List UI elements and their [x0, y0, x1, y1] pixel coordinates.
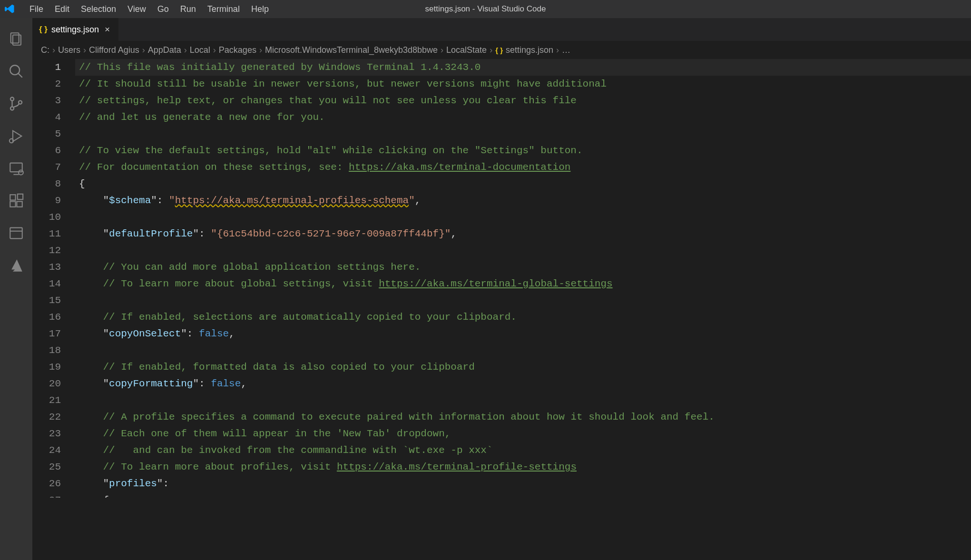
chevron-right-icon: › [213, 45, 216, 55]
svg-point-4 [10, 98, 14, 101]
breadcrumb-segment[interactable]: AppData [148, 45, 181, 55]
line-number: 21 [32, 392, 61, 409]
line-number: 10 [32, 209, 61, 226]
menubar: FileEditSelectionViewGoRunTerminalHelp [24, 0, 275, 18]
tab-label: settings.json [51, 25, 99, 35]
line-number: 20 [32, 375, 61, 392]
chevron-right-icon: › [556, 45, 559, 55]
line-number: 22 [32, 409, 61, 425]
code-content[interactable]: // This file was initially generated by … [75, 59, 971, 560]
code-line[interactable]: // If enabled, formatted data is also co… [75, 359, 971, 375]
editor[interactable]: 1234567891011121314151617181920212223242… [32, 59, 971, 560]
code-line[interactable]: "copyOnSelect": false, [75, 325, 971, 342]
menu-help[interactable]: Help [245, 0, 275, 18]
menu-selection[interactable]: Selection [75, 0, 122, 18]
line-number: 3 [32, 92, 61, 109]
code-line[interactable]: // To view the default settings, hold "a… [75, 142, 971, 159]
vscode-logo-icon [4, 3, 15, 15]
line-number: 14 [32, 275, 61, 292]
json-file-icon: { } [39, 25, 48, 34]
code-line[interactable]: // Each one of them will appear in the '… [75, 425, 971, 442]
menu-file[interactable]: File [24, 0, 49, 18]
code-line[interactable] [75, 392, 971, 409]
line-number-gutter: 1234567891011121314151617181920212223242… [32, 59, 75, 560]
line-number: 18 [32, 342, 61, 359]
svg-point-6 [19, 101, 22, 104]
svg-rect-12 [10, 195, 15, 200]
code-line[interactable] [75, 209, 971, 226]
code-line[interactable] [75, 242, 971, 259]
run-debug-icon[interactable] [0, 120, 32, 152]
breadcrumbs[interactable]: C:›Users›Clifford Agius›AppData›Local›Pa… [32, 41, 971, 59]
code-line[interactable]: "copyFormatting": false, [75, 375, 971, 392]
breadcrumb-segment[interactable]: LocalState [446, 45, 487, 55]
svg-rect-13 [10, 201, 15, 206]
chevron-right-icon: › [83, 45, 86, 55]
code-line[interactable]: "$schema": "https://aka.ms/terminal-prof… [75, 192, 971, 209]
svg-rect-16 [10, 228, 22, 239]
svg-line-3 [18, 73, 22, 78]
line-number: 19 [32, 359, 61, 375]
code-line[interactable]: // A profile specifies a command to exec… [75, 409, 971, 425]
line-number: 9 [32, 192, 61, 209]
remote-explorer-icon[interactable] [0, 152, 32, 185]
svg-point-2 [10, 65, 20, 75]
code-line[interactable]: // and can be invoked from the commandli… [75, 442, 971, 459]
source-control-icon[interactable] [0, 88, 32, 120]
svg-point-11 [19, 170, 23, 175]
code-line[interactable]: // To learn more about profiles, visit h… [75, 459, 971, 475]
breadcrumb-segment[interactable]: Packages [219, 45, 256, 55]
code-line[interactable]: // It should still be usable in newer ve… [75, 76, 971, 92]
code-line[interactable]: // settings, help text, or changes that … [75, 92, 971, 109]
code-line[interactable] [75, 126, 971, 142]
breadcrumb-file[interactable]: settings.json [506, 45, 553, 55]
breadcrumb-segment[interactable]: C: [41, 45, 49, 55]
chevron-right-icon: › [441, 45, 443, 55]
code-line[interactable]: "profiles": [75, 475, 971, 492]
svg-marker-7 [13, 131, 21, 142]
code-line[interactable]: // If enabled, selections are automatica… [75, 309, 971, 325]
code-line[interactable]: // To learn more about global settings, … [75, 275, 971, 292]
menu-terminal[interactable]: Terminal [202, 0, 245, 18]
breadcrumb-overflow[interactable]: … [562, 45, 570, 55]
code-line[interactable]: // and let us generate a new one for you… [75, 109, 971, 126]
code-line[interactable]: "defaultProfile": "{61c54bbd-c2c6-5271-9… [75, 226, 971, 242]
close-icon[interactable]: × [103, 23, 112, 36]
window-icon[interactable] [0, 217, 32, 249]
main-area: { } settings.json × C:›Users›Clifford Ag… [0, 18, 971, 560]
code-line[interactable]: { [75, 176, 971, 192]
chevron-right-icon: › [490, 45, 492, 55]
azure-icon[interactable] [0, 249, 32, 282]
line-number: 5 [32, 126, 61, 142]
breadcrumb-segment[interactable]: Local [190, 45, 210, 55]
line-number: 12 [32, 242, 61, 259]
code-line[interactable] [75, 342, 971, 359]
code-line[interactable]: // For documentation on these settings, … [75, 159, 971, 176]
menu-run[interactable]: Run [175, 0, 202, 18]
breadcrumb-segment[interactable]: Clifford Agius [89, 45, 139, 55]
menu-edit[interactable]: Edit [49, 0, 75, 18]
explorer-icon[interactable] [0, 23, 32, 55]
code-line[interactable] [75, 292, 971, 309]
json-file-icon: { } [495, 46, 503, 54]
line-number: 7 [32, 159, 61, 176]
tabs-bar: { } settings.json × [32, 18, 971, 41]
menu-go[interactable]: Go [152, 0, 175, 18]
tab-settings-json[interactable]: { } settings.json × [32, 18, 119, 41]
code-line[interactable]: { [75, 492, 971, 498]
breadcrumb-segment[interactable]: Users [58, 45, 80, 55]
search-icon[interactable] [0, 55, 32, 88]
code-line[interactable]: // This file was initially generated by … [75, 59, 971, 76]
line-number: 11 [32, 226, 61, 242]
menu-view[interactable]: View [122, 0, 152, 18]
line-number: 16 [32, 309, 61, 325]
line-number: 15 [32, 292, 61, 309]
window-title: settings.json - Visual Studio Code [425, 4, 546, 14]
line-number: 8 [32, 176, 61, 192]
line-number: 2 [32, 76, 61, 92]
line-number: 26 [32, 475, 61, 492]
breadcrumb-segment[interactable]: Microsoft.WindowsTerminal_8wekyb3d8bbwe [265, 45, 438, 55]
code-line[interactable]: // You can add more global application s… [75, 259, 971, 275]
extensions-icon[interactable] [0, 185, 32, 217]
line-number: 17 [32, 325, 61, 342]
